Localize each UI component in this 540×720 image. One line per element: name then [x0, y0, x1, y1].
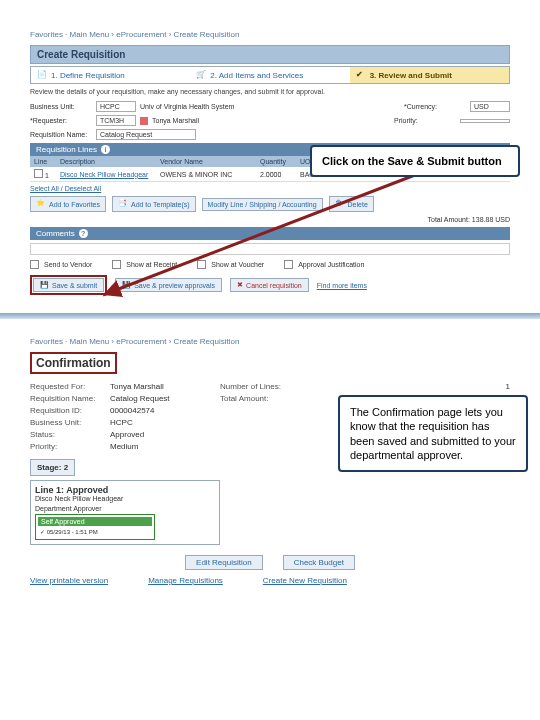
req-name-value: Catalog Request — [110, 394, 220, 403]
send-vendor-checkbox[interactable] — [30, 260, 39, 269]
line-title: Line 1: Approved — [35, 485, 215, 495]
bu-value-b: HCPC — [110, 418, 220, 427]
step-icon: 📄 — [37, 70, 47, 80]
info-icon[interactable]: i — [101, 145, 110, 154]
star-icon: ⭐ — [36, 199, 46, 209]
priority-label-b: Priority: — [30, 442, 110, 451]
show-receipt-label: Show at Receipt — [126, 261, 177, 268]
add-favorites-button[interactable]: ⭐Add to Favorites — [30, 196, 106, 212]
template-icon: 📑 — [118, 199, 128, 209]
priority-label: Priority: — [394, 117, 456, 124]
step-define[interactable]: 📄1. Define Requisition — [31, 67, 190, 83]
confirmation-highlight: Confirmation — [30, 352, 117, 374]
cancel-icon: ✖ — [237, 281, 243, 289]
num-lines-value: 1 — [310, 382, 510, 391]
lookup-icon[interactable] — [140, 117, 148, 125]
save-submit-button[interactable]: 💾Save & submit — [33, 278, 104, 292]
select-all-link[interactable]: Select All / Deselect All — [30, 185, 510, 192]
requester-value[interactable]: TCM3H — [96, 115, 136, 126]
approver-status: Self Approved — [38, 517, 152, 526]
bu-label: Business Unit: — [30, 103, 92, 110]
approval-line-box: Line 1: Approved Disco Neck Pillow Headg… — [30, 480, 220, 545]
line-subtitle: Disco Neck Pillow Headgear — [35, 495, 215, 502]
save-submit-highlight: 💾Save & submit — [30, 275, 107, 295]
check-budget-button[interactable]: Check Budget — [283, 555, 355, 570]
requester-label: *Requester: — [30, 117, 92, 124]
vendor-name: OWENS & MINOR INC — [156, 169, 256, 180]
comments-textarea[interactable] — [30, 243, 510, 255]
cancel-requisition-button[interactable]: ✖Cancel requisition — [230, 278, 309, 292]
requester-name: Tonya Marshall — [152, 117, 199, 124]
quantity: 2.0000 — [256, 169, 296, 180]
total-label: Total Amount: — [427, 216, 469, 223]
total-label-b: Total Amount: — [220, 394, 310, 403]
save-icon: 💾 — [122, 281, 131, 289]
status-label: Status: — [30, 430, 110, 439]
step-add-items[interactable]: 🛒2. Add Items and Services — [190, 67, 349, 83]
manage-requisitions-link[interactable]: Manage Requisitions — [148, 576, 223, 585]
currency-label: *Currency: — [404, 103, 466, 110]
bu-value: HCPC — [96, 101, 136, 112]
save-icon: 💾 — [40, 281, 49, 289]
confirmation-title: Confirmation — [36, 356, 111, 370]
total-value: 138.88 USD — [472, 216, 510, 223]
req-id-label: Requisition ID: — [30, 406, 110, 415]
req-for-value: Tonya Marshall — [110, 382, 220, 391]
trash-icon: 🗑 — [335, 199, 345, 209]
approval-checkbox[interactable] — [284, 260, 293, 269]
step-review[interactable]: ✔3. Review and Submit — [350, 67, 509, 83]
req-name-label: Requisition Name: — [30, 394, 110, 403]
status-value: Approved — [110, 430, 220, 439]
comments-header: Comments ? — [30, 227, 510, 240]
callout-confirmation: The Confirmation page lets you know that… — [338, 395, 528, 472]
priority-value-b: Medium — [110, 442, 220, 451]
help-icon[interactable]: ? — [79, 229, 88, 238]
show-voucher-label: Show at Voucher — [211, 261, 264, 268]
section-divider — [0, 313, 540, 319]
modify-line-button[interactable]: Modify Line / Shipping / Accounting — [202, 198, 323, 211]
show-voucher-checkbox[interactable] — [197, 260, 206, 269]
stage-label: Stage: 2 — [30, 459, 75, 476]
delete-button[interactable]: 🗑Delete — [329, 196, 374, 212]
priority-select[interactable] — [460, 119, 510, 123]
save-preview-button[interactable]: 💾Save & preview approvals — [115, 278, 222, 292]
bu-desc: Univ of Virginia Health System — [140, 103, 234, 110]
reqname-label: Requisition Name: — [30, 131, 92, 138]
edit-requisition-button[interactable]: Edit Requisition — [185, 555, 263, 570]
callout-save-submit: Click on the Save & Submit button — [310, 145, 520, 177]
approver-detail: ✓ 05/29/13 - 1:51 PM — [38, 526, 152, 537]
approval-label: Approval Justification — [298, 261, 364, 268]
create-new-link[interactable]: Create New Requisition — [263, 576, 347, 585]
step-icon: ✔ — [356, 70, 366, 80]
num-lines-label: Number of Lines: — [220, 382, 310, 391]
view-printable-link[interactable]: View printable version — [30, 576, 108, 585]
reqname-value[interactable]: Catalog Request — [96, 129, 196, 140]
bu-label-b: Business Unit: — [30, 418, 110, 427]
step-bar: 📄1. Define Requisition 🛒2. Add Items and… — [30, 66, 510, 84]
req-id-value: 0000042574 — [110, 406, 220, 415]
row-checkbox[interactable] — [34, 169, 43, 178]
add-template-button[interactable]: 📑Add to Template(s) — [112, 196, 196, 212]
approver-box: Self Approved ✓ 05/29/13 - 1:51 PM — [35, 514, 155, 540]
page-title: Create Requisition — [30, 45, 510, 64]
breadcrumb-bottom: Favorites · Main Menu › eProcurement › C… — [30, 337, 510, 346]
instruction-text: Review the details of your requisition, … — [30, 88, 510, 95]
item-description[interactable]: Disco Neck Pillow Headgear — [56, 169, 156, 180]
req-for-label: Requested For: — [30, 382, 110, 391]
currency-value[interactable]: USD — [470, 101, 510, 112]
breadcrumb-top: Favorites · Main Menu › eProcurement › C… — [30, 30, 510, 39]
show-receipt-checkbox[interactable] — [112, 260, 121, 269]
find-more-link[interactable]: Find more items — [317, 282, 367, 289]
dept-approver-label: Department Approver — [35, 505, 215, 512]
step-icon: 🛒 — [196, 70, 206, 80]
send-vendor-label: Send to Vendor — [44, 261, 92, 268]
